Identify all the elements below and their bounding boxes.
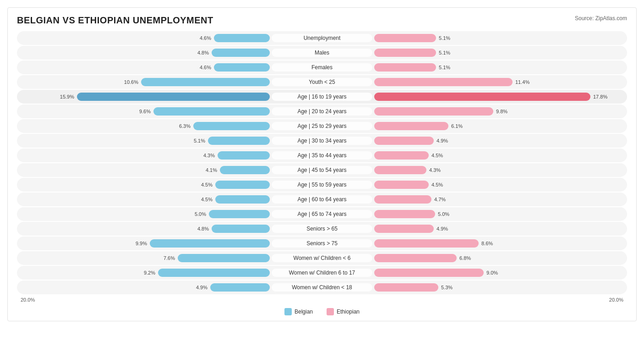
- axis-row: 20.0% 20.0%: [17, 295, 627, 304]
- val-left: 4.9%: [191, 285, 207, 290]
- right-section: 4.9%: [374, 225, 623, 233]
- val-right: 5.1%: [439, 50, 455, 55]
- val-left: 4.5%: [196, 197, 213, 202]
- val-right: 5.0%: [438, 211, 454, 217]
- bar-blue: [158, 269, 270, 277]
- right-section: 9.8%: [374, 107, 623, 116]
- left-section: 4.6%: [21, 34, 270, 42]
- val-left: 9.2%: [139, 270, 155, 275]
- bar-label: Women w/ Children < 6: [272, 254, 372, 262]
- bar-wrapper: 4.1% Age | 45 to 54 years 4.3%: [17, 165, 627, 175]
- bar-blue: [209, 210, 270, 218]
- bar-blue: [220, 166, 270, 174]
- right-section: 6.8%: [374, 254, 623, 262]
- bar-label: Females: [272, 63, 372, 72]
- bar-wrapper: 6.3% Age | 25 to 29 years 6.1%: [17, 121, 627, 131]
- bar-row: 4.6% Unemployment 5.1%: [17, 31, 627, 45]
- right-section: 17.8%: [374, 93, 623, 101]
- bar-blue: [210, 283, 270, 292]
- left-section: 10.6%: [21, 78, 270, 86]
- bar-pink: [374, 181, 429, 189]
- bar-row: 5.1% Age | 30 to 34 years 4.9%: [17, 134, 627, 148]
- bar-row: 4.8% Males 5.1%: [17, 46, 627, 60]
- bar-blue: [141, 78, 270, 86]
- left-section: 5.1%: [21, 137, 270, 145]
- val-left: 4.1%: [201, 167, 217, 173]
- bar-wrapper: 4.6% Unemployment 5.1%: [17, 33, 627, 43]
- val-left: 4.3%: [199, 153, 215, 158]
- right-section: 5.1%: [374, 49, 623, 57]
- val-right: 4.3%: [429, 167, 445, 173]
- bar-blue: [212, 225, 270, 233]
- bar-row: 4.3% Age | 35 to 44 years 4.5%: [17, 149, 627, 162]
- legend-belgian: Belgian: [284, 308, 313, 315]
- legend: Belgian Ethiopian: [17, 308, 627, 315]
- chart-area: 4.6% Unemployment 5.1% 4.8% Males 5.1%: [17, 31, 627, 294]
- bar-wrapper: 4.5% Age | 60 to 64 years 4.7%: [17, 194, 627, 204]
- legend-ethiopian-label: Ethiopian: [337, 308, 360, 315]
- left-section: 4.3%: [21, 151, 270, 160]
- right-section: 4.5%: [374, 151, 623, 160]
- axis-left: 20.0%: [21, 297, 35, 303]
- val-left: 10.6%: [122, 79, 138, 85]
- bar-pink: [374, 137, 434, 145]
- val-left: 4.5%: [196, 182, 213, 187]
- val-left: 6.3%: [175, 123, 191, 129]
- right-section: 4.3%: [374, 166, 623, 174]
- chart-container: BELGIAN VS ETHIOPIAN UNEMPLOYMENT Source…: [7, 7, 637, 321]
- val-right: 9.0%: [486, 270, 502, 275]
- left-section: 4.5%: [21, 195, 270, 204]
- chart-header: BELGIAN VS ETHIOPIAN UNEMPLOYMENT Source…: [17, 15, 627, 26]
- val-right: 4.5%: [431, 182, 448, 187]
- val-left: 4.8%: [193, 50, 209, 55]
- bar-row: 6.3% Age | 25 to 29 years 6.1%: [17, 119, 627, 133]
- val-left: 5.0%: [190, 211, 206, 217]
- bar-wrapper: 4.3% Age | 35 to 44 years 4.5%: [17, 150, 627, 160]
- bar-label: Unemployment: [272, 34, 372, 42]
- bar-row: 9.9% Seniors > 75 8.6%: [17, 237, 627, 250]
- bar-pink: [374, 269, 484, 277]
- bar-pink: [374, 107, 493, 116]
- val-left: 4.6%: [195, 35, 211, 41]
- left-section: 4.6%: [21, 63, 270, 72]
- bar-wrapper: 10.6% Youth < 25 11.4%: [17, 77, 627, 87]
- right-section: 4.5%: [374, 181, 623, 189]
- bar-row: 4.9% Women w/ Children < 18 5.3%: [17, 281, 627, 294]
- bar-wrapper: 7.6% Women w/ Children < 6 6.8%: [17, 253, 627, 263]
- bar-row: 15.9% Age | 16 to 19 years 17.8%: [17, 90, 627, 104]
- left-section: 5.0%: [21, 210, 270, 218]
- bar-wrapper: 9.6% Age | 20 to 24 years 9.8%: [17, 106, 627, 116]
- bar-row: 10.6% Youth < 25 11.4%: [17, 75, 627, 89]
- bar-pink: [374, 34, 436, 42]
- bar-row: 5.0% Age | 65 to 74 years 5.0%: [17, 207, 627, 221]
- bar-label: Age | 30 to 34 years: [272, 137, 372, 145]
- bar-pink: [374, 225, 434, 233]
- bar-wrapper: 4.8% Males 5.1%: [17, 48, 627, 58]
- bar-blue: [208, 137, 270, 145]
- val-right: 5.1%: [439, 65, 455, 70]
- bar-pink: [374, 210, 435, 218]
- bar-row: 4.1% Age | 45 to 54 years 4.3%: [17, 163, 627, 177]
- bar-pink: [374, 122, 448, 130]
- bar-row: 4.6% Females 5.1%: [17, 61, 627, 74]
- bar-blue: [153, 107, 270, 116]
- bar-wrapper: 4.8% Seniors > 65 4.9%: [17, 224, 627, 234]
- val-right: 17.8%: [593, 94, 609, 99]
- bar-row: 4.8% Seniors > 65 4.9%: [17, 222, 627, 236]
- right-section: 4.7%: [374, 195, 623, 204]
- bar-pink: [374, 195, 431, 204]
- left-section: 6.3%: [21, 122, 270, 130]
- bar-pink: [374, 239, 479, 248]
- left-section: 4.9%: [21, 283, 270, 292]
- bar-label: Women w/ Children < 18: [272, 283, 372, 292]
- legend-ethiopian: Ethiopian: [327, 308, 360, 315]
- bar-label: Youth < 25: [272, 78, 372, 86]
- bar-row: 7.6% Women w/ Children < 6 6.8%: [17, 251, 627, 265]
- bar-label: Age | 65 to 74 years: [272, 210, 372, 218]
- val-right: 9.8%: [496, 109, 512, 114]
- val-left: 7.6%: [159, 255, 175, 261]
- bar-blue: [150, 239, 270, 248]
- right-section: 4.9%: [374, 137, 623, 145]
- bar-pink: [374, 63, 436, 72]
- bar-wrapper: 5.1% Age | 30 to 34 years 4.9%: [17, 136, 627, 146]
